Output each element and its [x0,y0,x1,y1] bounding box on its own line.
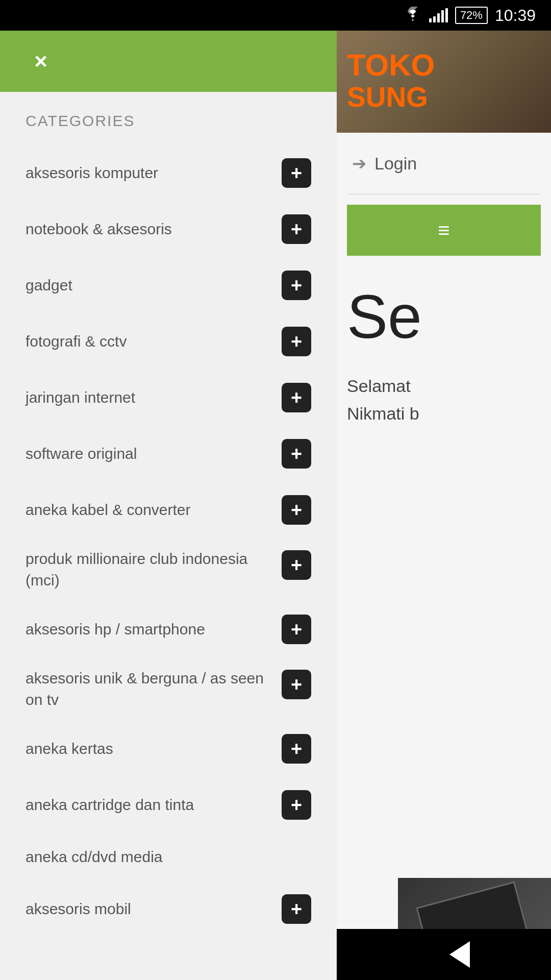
expand-produk-millionaire[interactable]: + [282,550,311,580]
right-panel: TOKO SUNG ➔ Login ≡ Se Selamat Nikmati b [337,31,551,980]
login-label[interactable]: Login [374,154,417,174]
category-item-aksesoris-hp-smartphone[interactable]: aksesoris hp / smartphone + [15,601,321,657]
category-item-notebook-aksesoris[interactable]: notebook & aksesoris + [15,201,321,257]
category-item-aneka-cd-dvd[interactable]: aneka cd/dvd media [15,833,321,881]
divider [347,194,541,194]
expand-aksesoris-komputer[interactable]: + [282,158,311,188]
category-item-aksesoris-unik[interactable]: aksesoris unik & berguna / as seenon tv … [15,657,321,721]
category-item-aksesoris-komputer[interactable]: aksesoris komputer + [15,145,321,201]
category-item-produk-millionaire[interactable]: produk millionaire club indonesia(mci) + [15,538,321,601]
signal-icon [429,8,448,22]
expand-aneka-cartridge[interactable]: + [282,790,311,820]
back-button[interactable] [449,941,470,968]
expand-fotografi-cctv[interactable]: + [282,327,311,356]
wifi-icon [404,7,422,24]
category-item-jaringan-internet[interactable]: jaringan internet + [15,370,321,426]
status-bar: 72% 10:39 [0,0,551,31]
category-item-software-original[interactable]: software original + [15,426,321,482]
hamburger-icon: ≡ [438,219,449,242]
selamat-line1: Selamat [347,372,541,400]
menu-button[interactable]: ≡ [347,205,541,256]
category-item-aneka-kertas[interactable]: aneka kertas + [15,721,321,777]
main-layout: × CATEGORIES aksesoris komputer + notebo… [0,31,551,980]
selamat-area: Selamat Nikmati b [337,362,551,438]
expand-jaringan-internet[interactable]: + [282,383,311,412]
categories-heading: CATEGORIES [0,92,337,145]
expand-notebook-aksesoris[interactable]: + [282,214,311,244]
expand-aneka-kertas[interactable]: + [282,734,311,764]
toko-banner: TOKO SUNG [337,31,551,133]
sidebar-header: × [0,31,337,92]
close-button[interactable]: × [20,41,61,82]
battery-icon: 72% [455,7,488,24]
expand-aksesoris-hp-smartphone[interactable]: + [282,615,311,644]
category-item-gadget[interactable]: gadget + [15,257,321,313]
selamat-line2: Nikmati b [347,400,541,427]
toko-text-line2: SUNG [347,81,435,113]
category-item-aksesoris-mobil[interactable]: aksesoris mobil + [15,881,321,937]
status-time: 10:39 [495,6,536,25]
expand-software-original[interactable]: + [282,439,311,469]
expand-aksesoris-unik[interactable]: + [282,670,311,699]
login-area[interactable]: ➔ Login [337,133,551,194]
category-item-aneka-cartridge[interactable]: aneka cartridge dan tinta + [15,777,321,833]
sidebar-drawer: × CATEGORIES aksesoris komputer + notebo… [0,31,337,980]
status-icons: 72% 10:39 [404,6,536,25]
toko-text-line1: TOKO [347,50,435,81]
expand-aneka-kabel-converter[interactable]: + [282,495,311,525]
category-item-aneka-kabel-converter[interactable]: aneka kabel & converter + [15,482,321,538]
search-partial-text: Se [337,266,551,362]
category-item-fotografi-cctv[interactable]: fotografi & cctv + [15,313,321,370]
login-arrow-icon: ➔ [352,153,366,174]
expand-aksesoris-mobil[interactable]: + [282,894,311,924]
category-list: aksesoris komputer + notebook & aksesori… [0,145,337,980]
expand-gadget[interactable]: + [282,271,311,300]
